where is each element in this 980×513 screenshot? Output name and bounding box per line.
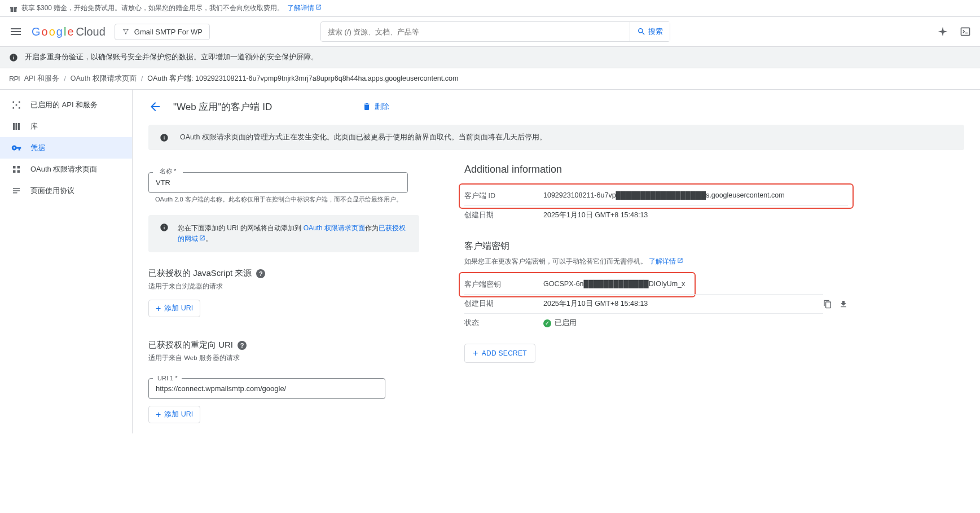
secret-created-key: 创建日期 [464,299,543,309]
add-redirect-uri-button[interactable]: + 添加 URI [148,406,200,423]
secret-value: GOCSPX-6n█████████████DIOIyUm_x [543,280,690,290]
project-icon [122,28,130,36]
add-js-uri-button[interactable]: + 添加 URI [148,300,200,317]
svg-point-8 [19,101,20,103]
svg-point-9 [12,107,14,109]
name-field-group: 名称 * OAuth 2.0 客户端的名称。此名称仅用于在控制台中标识客户端，而… [148,164,419,204]
client-id-row: 客户端 ID 1092923108211-6u7vp██████████████… [464,187,848,205]
shell-icon[interactable] [960,26,971,37]
search-input[interactable] [321,23,630,41]
page-title: "Web 应用"的客户端 ID [173,100,272,113]
sidebar-item-label: OAuth 权限请求页面 [30,164,97,174]
search-bar: 搜索 [320,21,670,42]
gemini-icon[interactable] [937,26,948,37]
created-key: 创建日期 [464,211,543,220]
name-label: 名称 * [153,167,183,176]
left-column: 名称 * OAuth 2.0 客户端的名称。此名称仅用于在控制台中标识客户端，而… [148,164,419,423]
svg-rect-14 [18,123,20,130]
right-column: Additional information 客户端 ID 1092923108… [464,164,848,423]
breadcrumb-leaf: OAuth 客户端: 1092923108211-6u7vpmp9tnjrk3m… [147,74,458,84]
additional-info-table: 客户端 ID 1092923108211-6u7vp██████████████… [464,183,848,225]
consent-icon [11,164,21,174]
back-arrow-icon[interactable] [148,100,162,113]
external-icon [677,257,683,264]
download-icon[interactable] [839,300,848,309]
additional-info-title: Additional information [464,164,848,176]
js-origins-sub: 适用于来自浏览器的请求 [148,282,419,291]
sidebar-item-label: 凭据 [30,143,45,153]
created-value: 2025年1月10日 GMT+8 15:48:13 [543,211,848,220]
js-origins-title: 已获授权的 JavaScript 来源 [148,268,252,279]
svg-rect-2 [13,7,14,12]
redirect-uris-title: 已获授权的重定向 URI [148,340,233,350]
sidebar-item-terms[interactable]: 页面使用协议 [0,180,132,201]
copy-icon[interactable] [823,300,832,309]
check-icon: ✓ [543,319,551,327]
add-secret-button[interactable]: + ADD SECRET [464,344,535,363]
svg-point-11 [16,104,17,106]
breadcrumb-mid[interactable]: OAuth 权限请求页面 [71,74,137,84]
svg-rect-20 [13,190,20,191]
client-secret-sub: 如果您正在更改客户端密钥，可以手动轮替它们而无需停机。 了解详情 [464,257,848,266]
main-content: "Web 应用"的客户端 ID 删除 OAuth 权限请求页面的管理方式正在发生… [133,90,980,433]
key-icon [11,143,21,153]
svg-rect-18 [17,170,20,173]
menu-icon[interactable] [9,25,23,38]
apis-icon [11,100,21,110]
promo-text: 获享 $300 赠金，开始免费试用。请放心，如果您的赠金用尽，我们不会向您收取费… [21,3,284,13]
mfa-notice-bar: 开启多重身份验证，以确保账号安全并保护您的数据。立即增加一道额外的安全保护屏障。 [0,47,980,68]
secret-created-value: 2025年1月10日 GMT+8 15:48:13 [543,299,823,309]
google-cloud-logo[interactable]: Google Cloud [32,25,106,38]
secret-row-wrap: 客户端密钥 GOCSPX-6n█████████████DIOIyUm_x 创建… [464,275,848,332]
sidebar-item-enabled-apis[interactable]: 已启用的 API 和服务 [0,94,132,116]
domain-note-text: 您在下面添加的 URI 的网域将自动添加到 OAuth 权限请求页面作为已获授权… [178,223,408,244]
secret-row: 客户端密钥 GOCSPX-6n█████████████DIOIyUm_x [464,275,690,294]
svg-rect-21 [13,192,17,194]
svg-rect-13 [16,123,17,130]
search-icon [637,27,646,36]
change-notice-text: OAuth 权限请求页面的管理方式正在发生变化。此页面已被更易于使用的新界面取代… [180,133,547,142]
svg-point-10 [19,107,20,109]
name-input[interactable] [148,172,408,193]
svg-rect-12 [13,123,15,130]
sidebar-item-label: 已启用的 API 和服务 [30,100,98,110]
delete-button[interactable]: 删除 [362,102,389,112]
search-button[interactable]: 搜索 [630,22,670,41]
library-icon [11,121,21,131]
breadcrumb: RPI API 和服务 / OAuth 权限请求页面 / OAuth 客户端: … [0,68,980,90]
svg-rect-15 [13,166,16,169]
change-notice-panel: OAuth 权限请求页面的管理方式正在发生变化。此页面已被更易于使用的新界面取代… [148,125,964,150]
status-row: 状态 ✓ 已启用 [464,313,823,332]
terms-icon [11,186,21,196]
sidebar-item-credentials[interactable]: 凭据 [0,137,132,159]
promo-link[interactable]: 了解详情 [287,3,322,13]
domain-note-panel: 您在下面添加的 URI 的网域将自动添加到 OAuth 权限请求页面作为已获授权… [148,215,419,252]
info-icon [160,223,169,232]
secret-created-row: 创建日期 2025年1月10日 GMT+8 15:48:13 [464,294,823,313]
header-icons [937,26,971,37]
help-icon[interactable]: ? [238,341,247,350]
sidebar-item-label: 库 [30,121,38,131]
js-origins-header: 已获授权的 JavaScript 来源 ? [148,268,419,279]
sidebar-item-library[interactable]: 库 [0,116,132,137]
external-icon [199,235,205,241]
project-selector[interactable]: Gmail SMTP For WP [115,24,210,40]
client-id-value: 1092923108211-6u7vp██████████████████s.g… [543,191,848,201]
plus-icon: + [473,349,478,358]
promo-bar: 获享 $300 赠金，开始免费试用。请放心，如果您的赠金用尽，我们不会向您收取费… [0,0,980,17]
secret-learn-more-link[interactable]: 了解详情 [649,257,683,265]
consent-link[interactable]: OAuth 权限请求页面 [304,224,365,232]
status-key: 状态 [464,318,543,328]
mfa-notice-text: 开启多重身份验证，以确保账号安全并保护您的数据。立即增加一道额外的安全保护屏障。 [25,52,318,62]
secret-actions [823,300,848,309]
sidebar-item-consent[interactable]: OAuth 权限请求页面 [0,159,132,180]
api-icon: RPI [9,74,20,83]
breadcrumb-root[interactable]: API 和服务 [24,74,60,84]
client-id-key: 客户端 ID [464,191,543,201]
uri1-input[interactable] [148,378,385,399]
uri1-label: URI 1 * [153,375,182,382]
page-header: "Web 应用"的客户端 ID 删除 [148,100,964,113]
svg-rect-17 [13,170,16,173]
plus-icon: + [156,410,161,419]
help-icon[interactable]: ? [256,269,265,278]
